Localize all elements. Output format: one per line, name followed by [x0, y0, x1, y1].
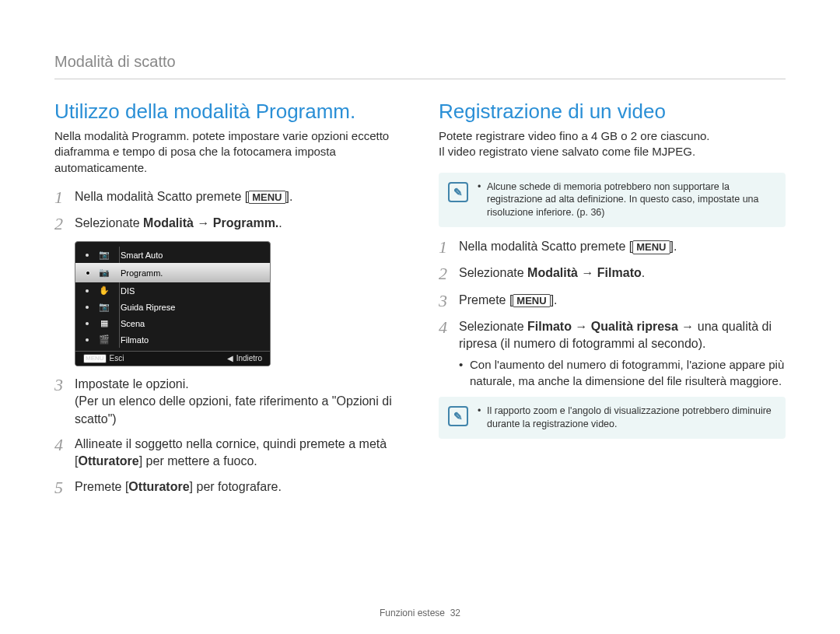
step-number: 3	[439, 292, 459, 310]
menu-keycap: MENU	[248, 191, 285, 205]
tip-box-1: ✎ Alcune schede di memoria potrebbero no…	[439, 173, 786, 228]
tip-text: Il rapporto zoom e l'angolo di visualizz…	[478, 405, 776, 431]
left-intro: Nella modalità Programm. potete impostar…	[54, 128, 401, 176]
left-section-title: Utilizzo della modalità Programm.	[54, 100, 401, 124]
step-number: 3	[54, 376, 75, 394]
right-section-title: Registrazione di un video	[439, 100, 786, 124]
menu-item-guida: 📷Guida Riprese	[75, 299, 270, 315]
menu-keycap: MENU	[632, 240, 670, 254]
right-step-1: 1 Nella modalità Scatto premete [MENU].	[439, 238, 786, 257]
left-step-3: 3 Impostate le opzioni. (Per un elenco d…	[54, 376, 401, 428]
step-number: 1	[439, 238, 459, 257]
step-number: 2	[54, 215, 75, 233]
step-number: 4	[54, 436, 75, 454]
manual-page: Modalità di scatto Utilizzo della modali…	[0, 0, 840, 634]
guide-icon: 📷	[96, 302, 113, 312]
menu-item-filmato: 🎬Filmato	[75, 331, 270, 348]
menu-item-dis: ✋DIS	[75, 282, 270, 299]
hand-icon: ✋	[96, 285, 113, 296]
right-column: Registrazione di un video Potete registr…	[439, 100, 786, 505]
camera-icon: 📷	[96, 268, 113, 278]
menu-item-programm: 📷Programm.	[75, 263, 270, 282]
left-step-4: 4 Allineate il soggetto nella cornice, q…	[54, 436, 401, 471]
page-footer: Funzioni estese 32	[0, 608, 840, 618]
divider	[54, 79, 786, 79]
chapter-header: Modalità di scatto	[54, 53, 786, 71]
step-number: 4	[439, 318, 459, 337]
step-number: 1	[54, 188, 75, 207]
left-column: Utilizzo della modalità Programm. Nella …	[54, 100, 401, 505]
menu-footer: MENUEsci ◀Indietro	[75, 351, 270, 366]
film-icon: 🎬	[96, 335, 113, 345]
menu-keycap: MENU	[83, 354, 107, 363]
left-step-1: 1 Nella modalità Scatto premete [MENU].	[54, 188, 401, 207]
tip-text: Alcune schede di memoria potrebbero non …	[478, 180, 776, 220]
right-step-4: 4 Selezionate Filmato → Qualità ripresa …	[439, 318, 786, 389]
right-step-3: 3 Premete [MENU].	[439, 292, 786, 310]
menu-item-scena: ▦Scena	[75, 315, 270, 331]
camera-icon: 📷	[96, 250, 113, 260]
note-icon: ✎	[448, 182, 468, 202]
right-step-4-sub: Con l'aumento del numero di fotogrammi, …	[459, 357, 786, 389]
step-number: 2	[439, 264, 459, 283]
left-step-5: 5 Premete [Otturatore] per fotografare.	[54, 478, 401, 497]
tip-box-2: ✎ Il rapporto zoom e l'angolo di visuali…	[439, 397, 786, 439]
camera-menu-screenshot: 📷Smart Auto 📷Programm. ✋DIS 📷Guida Ripre…	[75, 241, 271, 366]
right-intro: Potete registrare video fino a 4 GB o 2 …	[439, 128, 786, 160]
left-step-2: 2 Selezionate Modalità → Programm..	[54, 215, 401, 233]
step-number: 5	[54, 478, 75, 497]
right-step-2: 2 Selezionate Modalità → Filmato.	[439, 264, 786, 283]
two-columns: Utilizzo della modalità Programm. Nella …	[54, 100, 786, 505]
menu-keycap: MENU	[513, 294, 550, 308]
scene-icon: ▦	[96, 318, 113, 328]
menu-item-smart-auto: 📷Smart Auto	[75, 247, 270, 263]
note-icon: ✎	[448, 406, 468, 426]
back-arrow-icon: ◀	[227, 354, 233, 363]
